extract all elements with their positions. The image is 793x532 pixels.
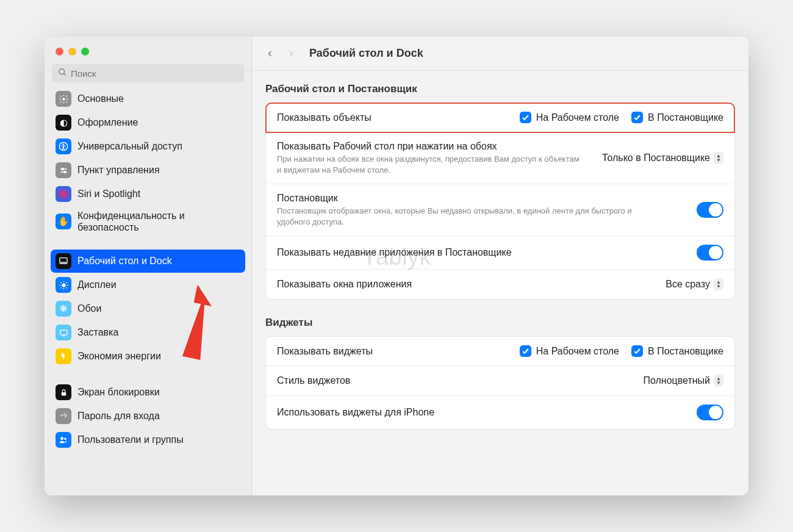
- select-show-windows[interactable]: Все сразу ▲▼: [666, 278, 723, 290]
- desc-stage-manager: Постановщик отображает окна, которые Вы …: [277, 206, 655, 227]
- search-field[interactable]: [52, 64, 244, 82]
- checkbox-label: В Постановщике: [648, 112, 723, 123]
- select-value: Полноцветный: [643, 375, 710, 386]
- sidebar-item-users-groups[interactable]: Пользователи и группы: [51, 428, 245, 451]
- control-center-icon: [56, 162, 71, 178]
- screensaver-icon: [56, 325, 71, 340]
- row-click-wallpaper: Показывать Рабочий стол при нажатии на о…: [266, 132, 734, 184]
- energy-icon: [56, 348, 71, 364]
- select-value: Только в Постановщике: [602, 153, 710, 164]
- search-input[interactable]: [71, 68, 238, 79]
- panel-desktop: Показывать объекты На Рабочем столе В По…: [265, 102, 735, 300]
- section-title-desktop: Рабочий стол и Постановщик: [265, 83, 735, 95]
- window-controls: [45, 48, 251, 64]
- checkmark-icon: [520, 345, 531, 357]
- svg-point-17: [64, 438, 66, 440]
- label-iphone-widgets: Использовать виджеты для iPhone: [277, 407, 697, 418]
- sidebar-item-label: Пароль для входа: [77, 411, 160, 422]
- checkmark-icon: [631, 345, 643, 357]
- chevron-updown-icon: ▲▼: [714, 278, 723, 290]
- sidebar-item-privacy[interactable]: ✋ Конфиденциальность и безопасность: [51, 206, 245, 237]
- svg-rect-12: [60, 330, 66, 335]
- chevron-updown-icon: ▲▼: [714, 152, 723, 164]
- select-click-wallpaper[interactable]: Только в Постановщике ▲▼: [602, 152, 723, 164]
- content: Рабочий стол и Постановщик Показывать об…: [252, 71, 748, 495]
- label-widget-style: Стиль виджетов: [277, 375, 643, 386]
- row-show-widgets: Показывать виджеты На Рабочем столе В По…: [266, 337, 734, 366]
- sidebar-item-label: Экран блокировки: [77, 387, 160, 398]
- sidebar-item-label: Конфиденциальность и безопасность: [77, 210, 240, 233]
- panel-widgets: Показывать виджеты На Рабочем столе В По…: [265, 336, 735, 430]
- label-click-wallpaper: Показывать Рабочий стол при нажатии на о…: [277, 141, 602, 152]
- displays-icon: [56, 277, 71, 293]
- svg-point-8: [63, 171, 65, 173]
- sidebar-item-energy[interactable]: Экономия энергии: [51, 345, 245, 368]
- row-recent-apps: Показывать недавние приложения в Постано…: [266, 236, 734, 270]
- sidebar-item-general[interactable]: Основные: [51, 87, 245, 110]
- close-window-button[interactable]: [56, 48, 63, 56]
- checkmark-icon: [520, 112, 531, 123]
- minimize-window-button[interactable]: [68, 48, 76, 56]
- sidebar-item-label: Пользователи и группы: [77, 434, 184, 445]
- desc-click-wallpaper: При нажатии на обоях все окна раздвинутс…: [277, 154, 582, 175]
- label-show-windows: Показывать окна приложения: [277, 279, 666, 290]
- select-value: Все сразу: [666, 279, 710, 290]
- checkbox-widgets-desktop[interactable]: На Рабочем столе: [520, 345, 619, 357]
- settings-window: Основные ◐ Оформление Универсальный дост…: [45, 37, 748, 495]
- sidebar-item-accessibility[interactable]: Универсальный доступ: [51, 135, 245, 158]
- sidebar-item-label: Экономия энергии: [77, 351, 161, 362]
- checkbox-widgets-stage[interactable]: В Постановщике: [631, 345, 723, 357]
- checkbox-in-stage-manager[interactable]: В Постановщике: [631, 112, 723, 123]
- svg-point-0: [59, 69, 65, 74]
- forward-button[interactable]: [284, 46, 298, 61]
- fingerprint-icon: [56, 408, 71, 424]
- sidebar-item-wallpaper[interactable]: ❋ Обои: [51, 297, 245, 320]
- label-recent-apps: Показывать недавние приложения в Постано…: [277, 247, 697, 258]
- sidebar-item-label: Универсальный доступ: [77, 141, 182, 152]
- section-title-widgets: Виджеты: [265, 317, 735, 329]
- sidebar: Основные ◐ Оформление Универсальный дост…: [45, 37, 252, 495]
- sidebar-item-desktop-dock[interactable]: Рабочий стол и Dock: [51, 250, 245, 273]
- label-show-widgets: Показывать виджеты: [277, 346, 520, 357]
- sidebar-item-label: Дисплеи: [77, 279, 117, 290]
- label-stage-manager: Постановщик: [277, 193, 697, 204]
- sidebar-item-displays[interactable]: Дисплеи: [51, 273, 245, 297]
- sidebar-item-appearance[interactable]: ◐ Оформление: [51, 111, 245, 134]
- svg-point-6: [62, 168, 63, 170]
- sidebar-item-label: Обои: [77, 303, 101, 314]
- accessibility-icon: [56, 138, 71, 154]
- row-iphone-widgets: Использовать виджеты для iPhone: [266, 396, 734, 429]
- row-show-windows: Показывать окна приложения Все сразу ▲▼: [266, 270, 734, 299]
- toggle-stage-manager[interactable]: [697, 202, 723, 218]
- lock-icon: [56, 384, 71, 400]
- checkbox-on-desktop[interactable]: На Рабочем столе: [520, 112, 619, 123]
- sidebar-item-label: Пункт управления: [77, 165, 160, 176]
- zoom-window-button[interactable]: [81, 48, 89, 56]
- checkbox-label: На Рабочем столе: [536, 112, 619, 123]
- select-widget-style[interactable]: Полноцветный ▲▼: [643, 375, 723, 387]
- svg-point-2: [62, 98, 65, 100]
- titlebar: Рабочий стол и Dock: [252, 37, 748, 71]
- back-button[interactable]: [263, 46, 278, 61]
- sidebar-item-control-center[interactable]: Пункт управления: [51, 159, 245, 182]
- search-icon: [58, 68, 71, 79]
- label-show-items: Показывать объекты: [277, 112, 520, 123]
- svg-point-16: [60, 437, 63, 440]
- svg-point-4: [63, 143, 65, 145]
- row-show-items: Показывать объекты На Рабочем столе В По…: [266, 103, 734, 132]
- sidebar-item-screensaver[interactable]: Заставка: [51, 321, 245, 344]
- toggle-iphone-widgets[interactable]: [697, 404, 723, 420]
- sidebar-item-label: Оформление: [77, 117, 138, 128]
- svg-point-11: [62, 283, 65, 287]
- sidebar-item-siri[interactable]: Siri и Spotlight: [51, 182, 245, 206]
- hand-icon: ✋: [56, 214, 71, 229]
- sidebar-item-label: Основные: [77, 93, 124, 104]
- appearance-icon: ◐: [56, 115, 71, 131]
- sidebar-item-login-password[interactable]: Пароль для входа: [51, 404, 245, 428]
- svg-line-1: [63, 73, 65, 75]
- sidebar-item-lock-screen[interactable]: Экран блокировки: [51, 381, 245, 404]
- toggle-recent-apps[interactable]: [697, 245, 723, 261]
- checkbox-label: В Постановщике: [648, 346, 723, 357]
- sidebar-list: Основные ◐ Оформление Универсальный дост…: [45, 87, 251, 495]
- wallpaper-icon: ❋: [56, 301, 71, 317]
